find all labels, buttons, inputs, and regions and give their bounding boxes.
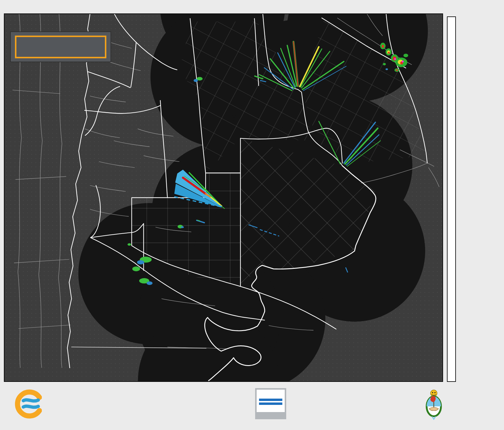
- smn-logo-icon: [14, 387, 42, 421]
- inta-logo: [255, 388, 286, 419]
- warning-banner[interactable]: [10, 31, 111, 62]
- radar-map-canvas: [4, 14, 442, 381]
- radar-map: [4, 13, 443, 382]
- warning-banner-frame: [15, 36, 106, 58]
- footer: [0, 382, 504, 430]
- smn-branding: [14, 387, 50, 421]
- ministry-branding: [424, 387, 449, 421]
- inta-bar-1: [259, 399, 282, 401]
- argentina-coat-of-arms-icon: [424, 387, 443, 421]
- inta-bar-2: [259, 402, 282, 405]
- dbz-colorbar: [447, 16, 456, 382]
- radar-product-page: [0, 0, 504, 430]
